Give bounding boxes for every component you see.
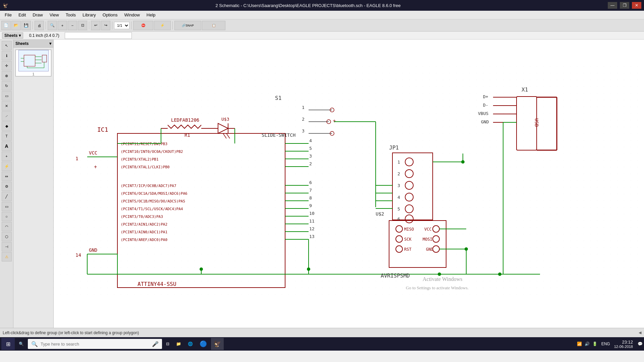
info-tool[interactable]: ℹ bbox=[2, 51, 12, 60]
text-tool[interactable]: A bbox=[2, 141, 12, 151]
svg-rect-6 bbox=[42, 55, 46, 62]
svg-text:+: + bbox=[94, 164, 97, 170]
delete-tool[interactable]: ✕ bbox=[2, 101, 12, 111]
smash-tool[interactable]: ⚡ bbox=[2, 162, 12, 171]
open-button[interactable]: 📂 bbox=[11, 21, 21, 30]
svg-text:11: 11 bbox=[309, 219, 315, 224]
circle-tool[interactable]: ○ bbox=[2, 212, 12, 221]
eagle-icon: 🦅 bbox=[214, 340, 221, 348]
svg-text:4: 4 bbox=[397, 195, 400, 200]
svg-text:10: 10 bbox=[309, 211, 315, 216]
taskbar-eagle[interactable]: 🦅 bbox=[211, 338, 224, 350]
menu-bar: File Edit Draw View Tools Library Option… bbox=[0, 11, 644, 19]
bom-button[interactable]: 📋 bbox=[202, 21, 225, 30]
close-button[interactable]: ✕ bbox=[632, 2, 641, 9]
copy-tool[interactable]: ⊕ bbox=[2, 71, 12, 80]
sheets-collapse[interactable]: ▾ bbox=[49, 41, 51, 46]
svg-text:IC1: IC1 bbox=[97, 126, 108, 133]
svg-text:U$3: U$3 bbox=[221, 117, 229, 122]
notification-icon[interactable]: 💬 bbox=[638, 342, 643, 346]
settings-tool[interactable]: ⚙ bbox=[2, 182, 12, 191]
svg-text:(PCINT7/ICP/OC0B/ADC7)PA7: (PCINT7/ICP/OC0B/ADC7)PA7 bbox=[121, 184, 176, 188]
menu-tools[interactable]: Tools bbox=[62, 11, 79, 19]
menu-library[interactable]: Library bbox=[79, 11, 99, 19]
search-bar[interactable]: 🔍 🎤 bbox=[28, 339, 162, 349]
drc-button[interactable]: ⛔ bbox=[133, 21, 153, 30]
svg-text:5: 5 bbox=[397, 206, 400, 212]
zoom-fit-button[interactable]: 🔍 bbox=[48, 21, 57, 30]
menu-view[interactable]: View bbox=[46, 11, 62, 19]
taskbar-edge[interactable]: 🌐 bbox=[185, 338, 196, 350]
menu-draw[interactable]: Draw bbox=[29, 11, 46, 19]
wire-tool[interactable]: ⟋ bbox=[2, 111, 12, 121]
svg-text:LEDFAB1206: LEDFAB1206 bbox=[171, 117, 199, 123]
junction-tool[interactable]: ◆ bbox=[2, 121, 12, 131]
search-bar-icon: 🔍 bbox=[31, 341, 38, 347]
microphone-icon[interactable]: 🎤 bbox=[152, 341, 159, 347]
zoom-in-button[interactable]: + bbox=[58, 21, 67, 30]
menu-window[interactable]: Window bbox=[121, 11, 143, 19]
redo-button[interactable]: ↪ bbox=[101, 21, 110, 30]
volume-icon[interactable]: 🔊 bbox=[585, 342, 590, 346]
new-button[interactable]: 📄 bbox=[1, 21, 11, 30]
svg-text:7: 7 bbox=[309, 188, 312, 193]
search-input[interactable] bbox=[41, 342, 149, 347]
language-indicator[interactable]: ENG bbox=[601, 342, 610, 346]
svg-text:(PCINT10/INT0/OC0A/CKOUT)PB2: (PCINT10/INT0/OC0A/CKOUT)PB2 bbox=[121, 149, 183, 154]
maximize-button[interactable]: ❐ bbox=[620, 2, 629, 9]
main-area: ↖ ℹ ✛ ⊕ ↻ ▭ ✕ ⟋ ◆ T A + ⚡ ⇔ ⚙ ╱ ▭ ○ ◠ ⬡ … bbox=[0, 40, 644, 328]
rotate-tool[interactable]: ↻ bbox=[2, 81, 12, 90]
svg-point-61 bbox=[200, 267, 203, 271]
svg-rect-0 bbox=[24, 55, 35, 66]
erc-button[interactable]: ⚡ bbox=[154, 21, 171, 30]
svg-text:R1: R1 bbox=[184, 132, 190, 138]
minimize-button[interactable]: — bbox=[608, 2, 617, 9]
svg-text:4: 4 bbox=[309, 138, 312, 143]
svg-text:VCC: VCC bbox=[424, 227, 432, 232]
menu-options[interactable]: Options bbox=[99, 11, 121, 19]
move-tool[interactable]: ✛ bbox=[2, 61, 12, 70]
svg-text:3: 3 bbox=[309, 154, 312, 159]
pin-tool[interactable]: ⊣ bbox=[2, 242, 12, 251]
taskbar-file-explorer[interactable]: 📁 bbox=[173, 338, 184, 350]
svg-text:(PCINT8/XTAL1/CLKI)PB0: (PCINT8/XTAL1/CLKI)PB0 bbox=[121, 165, 170, 169]
rect-tool[interactable]: ▭ bbox=[2, 202, 12, 211]
window-title: 2 Schematic - C:\Users\Saarang\Desktop\E… bbox=[8, 3, 608, 8]
zoom-out-button[interactable]: − bbox=[68, 21, 77, 30]
taskbar-search[interactable]: 🔍 bbox=[16, 338, 26, 350]
svg-text:SCK: SCK bbox=[404, 237, 412, 242]
svg-text:U$2: U$2 bbox=[376, 211, 384, 217]
save-button[interactable]: 💾 bbox=[21, 21, 31, 30]
group-tool[interactable]: ▭ bbox=[2, 91, 12, 101]
arc-tool[interactable]: ◠ bbox=[2, 222, 12, 231]
svg-text:(PCINT2/AIN1/ADC2)PA2: (PCINT2/AIN1/ADC2)PA2 bbox=[121, 222, 167, 227]
select-tool[interactable]: ↖ bbox=[2, 41, 12, 50]
menu-edit[interactable]: Edit bbox=[15, 11, 29, 19]
sheet-select[interactable]: 1/1 bbox=[114, 22, 129, 29]
system-tray: 📶 🔊 🔋 bbox=[577, 342, 597, 346]
canvas-area[interactable]: IC1 VCC 1 + GND 14 (PCINT11/RESET/DW)PB3… bbox=[54, 40, 644, 328]
svg-text:(PCINT3/T0/ADC3)PA3: (PCINT3/T0/ADC3)PA3 bbox=[121, 215, 163, 219]
taskbar-chrome[interactable]: 🔵 bbox=[197, 338, 210, 350]
menu-help[interactable]: Help bbox=[143, 11, 159, 19]
polygon-tool[interactable]: ⬡ bbox=[2, 232, 12, 241]
start-button[interactable]: ⊞ bbox=[1, 338, 15, 350]
add-tool[interactable]: + bbox=[2, 152, 12, 161]
svg-text:5: 5 bbox=[309, 146, 312, 151]
label-tool[interactable]: T bbox=[2, 131, 12, 141]
battery-icon[interactable]: 🔋 bbox=[592, 342, 597, 346]
network-icon[interactable]: 📶 bbox=[577, 342, 582, 346]
netlist-button[interactable]: 🔗SNAP bbox=[174, 21, 201, 30]
mirror-tool[interactable]: ⇔ bbox=[2, 172, 12, 181]
svg-text:Activate Windows: Activate Windows bbox=[423, 276, 463, 282]
print-button[interactable]: 🖨 bbox=[35, 21, 44, 30]
sheet-thumbnail-1[interactable]: 1 bbox=[15, 50, 51, 76]
coords-display: 0.1 inch (0.4 0.7) bbox=[29, 33, 59, 38]
svg-text:(PCINT0/AREF/ADC0)PA0: (PCINT0/AREF/ADC0)PA0 bbox=[121, 238, 167, 242]
taskbar-task-view[interactable]: ⊟ bbox=[163, 338, 172, 350]
line-tool[interactable]: ╱ bbox=[2, 192, 12, 201]
menu-file[interactable]: File bbox=[1, 11, 15, 19]
command-input[interactable] bbox=[65, 32, 132, 39]
zoom-area-button[interactable]: ⊡ bbox=[78, 21, 87, 30]
undo-button[interactable]: ↩ bbox=[91, 21, 100, 30]
